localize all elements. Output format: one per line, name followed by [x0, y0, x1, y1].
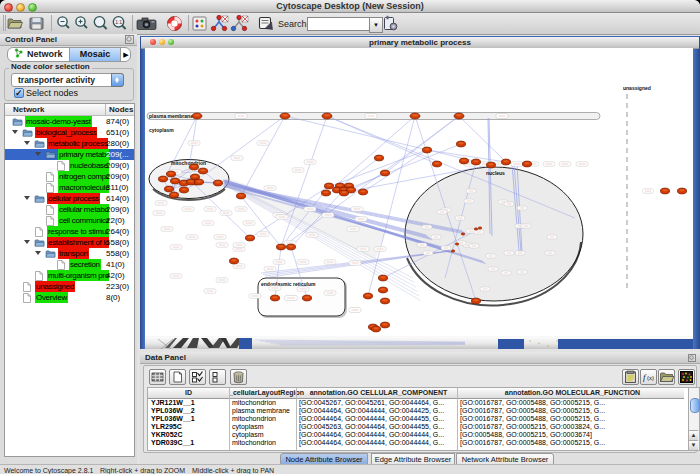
- svg-text:mitochondrion: mitochondrion: [171, 160, 206, 166]
- svg-text:(x): (x): [647, 375, 654, 381]
- svg-text:unassigned: unassigned: [623, 85, 651, 91]
- svg-text:nucleus: nucleus: [486, 170, 505, 176]
- svg-text:1:1: 1:1: [115, 19, 122, 25]
- svg-text:endoplasmic reticulum: endoplasmic reticulum: [261, 281, 316, 287]
- svg-text:plasma membrane: plasma membrane: [149, 113, 193, 119]
- svg-text:cytoplasm: cytoplasm: [149, 127, 174, 133]
